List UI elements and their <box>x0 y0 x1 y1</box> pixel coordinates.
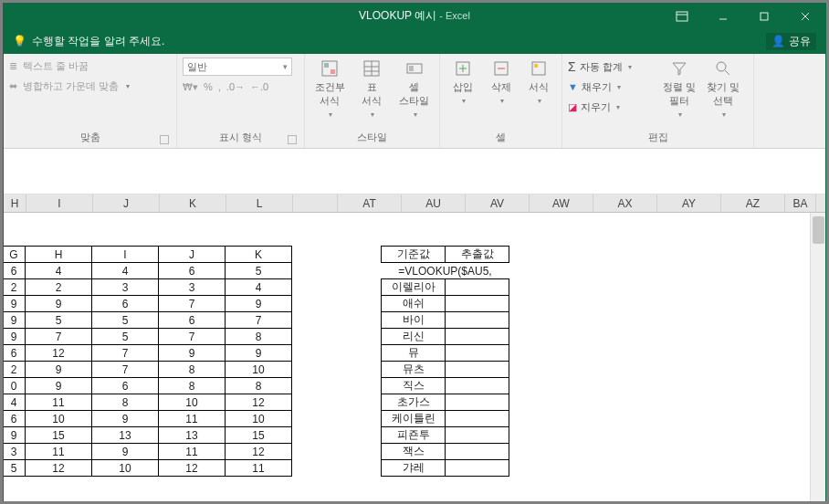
table-cell[interactable]: 9 <box>226 345 292 362</box>
table-cell[interactable]: 7 <box>226 312 292 329</box>
table-cell[interactable]: 10 <box>226 362 292 378</box>
tell-me-text[interactable]: 수행할 작업을 알려 주세요. <box>32 34 164 49</box>
table-cell[interactable]: 직스 <box>382 378 446 394</box>
table-cell[interactable]: 11 <box>159 411 226 427</box>
worksheet-grid[interactable]: GHIJK64465223349967995567975786127992978… <box>4 213 825 501</box>
table-cell[interactable]: 5 <box>4 460 26 477</box>
table-cell[interactable]: 9 <box>92 411 159 427</box>
column-header[interactable]: AY <box>657 194 721 212</box>
table-cell[interactable]: 8 <box>92 394 159 411</box>
sort-filter-button[interactable]: 정렬 및 필터▾ <box>659 58 699 121</box>
conditional-format-button[interactable]: 조건부 서식▾ <box>310 58 349 121</box>
table-cell[interactable]: 11 <box>159 444 226 460</box>
column-header[interactable]: H <box>4 194 26 212</box>
table-cell[interactable]: 9 <box>159 345 226 362</box>
table-cell[interactable]: 2 <box>4 362 26 378</box>
table-cell[interactable]: 뮤 <box>382 345 446 362</box>
table-cell[interactable]: 12 <box>226 394 292 411</box>
table-cell[interactable]: 2 <box>4 279 26 296</box>
table-cell[interactable] <box>446 362 509 378</box>
table-cell[interactable]: 8 <box>226 329 292 345</box>
table-cell[interactable]: 10 <box>226 411 292 427</box>
table-cell[interactable]: 9 <box>26 296 92 312</box>
column-header[interactable]: AU <box>402 194 466 212</box>
currency-icon[interactable]: ₩▾ <box>183 81 198 93</box>
insert-button[interactable]: 삽입▾ <box>446 58 480 107</box>
increase-decimal-icon[interactable]: .0→ <box>226 81 245 92</box>
table-cell[interactable]: 12 <box>26 460 92 477</box>
table-cell[interactable]: 7 <box>92 362 159 378</box>
format-button[interactable]: 서식▾ <box>521 58 556 107</box>
table-cell[interactable]: 5 <box>92 312 159 329</box>
table-cell[interactable]: 9 <box>4 427 26 444</box>
ribbon-display-icon[interactable] <box>661 4 702 28</box>
table-cell[interactable]: 갸레 <box>382 460 446 477</box>
table-cell[interactable]: 7 <box>159 329 226 345</box>
table-cell[interactable]: 8 <box>159 362 226 378</box>
table-cell[interactable]: 9 <box>92 444 159 460</box>
dialog-launcher-icon[interactable] <box>288 135 297 144</box>
table-cell[interactable]: 9 <box>26 362 92 378</box>
table-cell[interactable] <box>446 394 509 411</box>
table-cell[interactable]: 6 <box>159 312 226 329</box>
table-cell[interactable]: 10 <box>159 394 226 411</box>
table-cell[interactable]: 6 <box>92 296 159 312</box>
table-cell[interactable]: 6 <box>4 263 26 279</box>
scrollbar-thumb[interactable] <box>813 216 824 244</box>
table-cell[interactable]: 4 <box>92 263 159 279</box>
table-cell[interactable]: 이렐리아 <box>382 279 446 296</box>
table-cell[interactable]: 잭스 <box>382 444 446 460</box>
column-header[interactable]: J <box>93 194 160 212</box>
share-button[interactable]: 👤 공유 <box>766 33 816 50</box>
table-cell[interactable] <box>446 411 509 427</box>
table-cell[interactable]: 7 <box>159 296 226 312</box>
table-cell[interactable] <box>446 444 509 460</box>
column-header[interactable]: K <box>160 194 226 212</box>
table-cell[interactable]: 12 <box>226 444 292 460</box>
table-cell[interactable] <box>446 279 509 296</box>
column-header[interactable]: AW <box>530 194 593 212</box>
table-cell[interactable]: 뮤츠 <box>382 362 446 378</box>
table-cell[interactable]: 4 <box>4 394 26 411</box>
minimize-button[interactable] <box>702 4 743 28</box>
table-cell[interactable]: 9 <box>4 312 26 329</box>
vertical-scrollbar[interactable] <box>810 213 825 501</box>
table-cell[interactable]: 15 <box>26 427 92 444</box>
column-header[interactable]: AT <box>338 194 402 212</box>
table-cell[interactable] <box>446 329 509 345</box>
table-cell[interactable]: 9 <box>26 378 92 394</box>
table-cell[interactable] <box>446 378 509 394</box>
table-cell[interactable]: 11 <box>26 394 92 411</box>
format-as-table-button[interactable]: 표 서식▾ <box>352 58 391 121</box>
table-cell[interactable]: 5 <box>92 329 159 345</box>
table-cell[interactable]: 6 <box>4 411 26 427</box>
table-cell[interactable]: 8 <box>159 378 226 394</box>
table-cell[interactable] <box>446 296 509 312</box>
column-header[interactable]: AX <box>593 194 657 212</box>
table-cell[interactable]: 10 <box>26 411 92 427</box>
wrap-text-button[interactable]: ≣ 텍스트 줄 바꿈 <box>9 58 171 76</box>
column-header[interactable]: I <box>26 194 93 212</box>
percent-icon[interactable]: % <box>204 81 213 92</box>
table-cell[interactable]: 6 <box>92 378 159 394</box>
maximize-button[interactable] <box>743 4 784 28</box>
table-cell[interactable]: 12 <box>159 460 226 477</box>
merge-center-button[interactable]: ⬌ 병합하고 가운데 맞춤 ▾ <box>9 78 171 96</box>
table-cell[interactable]: 11 <box>226 460 292 477</box>
table-cell[interactable]: 4 <box>26 263 92 279</box>
table-cell[interactable]: 9 <box>4 329 26 345</box>
table-cell[interactable]: 3 <box>4 444 26 460</box>
table-cell[interactable] <box>446 345 509 362</box>
table-cell[interactable]: 10 <box>92 460 159 477</box>
autosum-button[interactable]: Σ 자동 합계▾ <box>568 58 656 76</box>
dialog-launcher-icon[interactable] <box>160 135 169 144</box>
delete-button[interactable]: 삭제▾ <box>484 58 519 107</box>
column-header[interactable]: AV <box>466 194 530 212</box>
column-header[interactable] <box>293 194 338 212</box>
table-cell[interactable]: 바이 <box>382 312 446 329</box>
table-cell[interactable]: 케이틀린 <box>382 411 446 427</box>
table-cell[interactable]: 2 <box>26 279 92 296</box>
table-cell[interactable]: 9 <box>4 296 26 312</box>
table-cell[interactable]: 11 <box>26 444 92 460</box>
comma-icon[interactable]: , <box>218 81 221 92</box>
